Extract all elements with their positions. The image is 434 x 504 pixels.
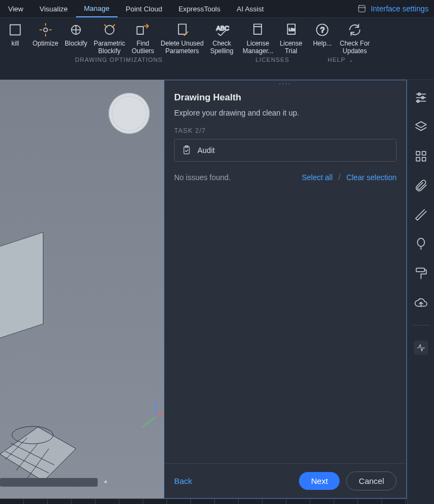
check-spelling-icon: ABC <box>214 22 229 37</box>
activity-icon[interactable] <box>414 341 428 355</box>
right-side-rail <box>407 80 434 504</box>
tab-ai-assist[interactable]: AI Assist <box>228 0 272 17</box>
svg-point-3 <box>43 28 47 32</box>
tool-help-label: Help... <box>313 40 332 47</box>
tool-find-outliers[interactable]: Find Outliers <box>129 20 157 55</box>
tool-help[interactable]: ? Help... <box>308 20 336 55</box>
svg-rect-2 <box>10 25 21 35</box>
task-counter: TASK 2/7 <box>174 127 397 135</box>
license-trial-icon: Lite <box>284 22 299 37</box>
tool-license-manager[interactable]: License Manager... <box>239 20 277 55</box>
horizontal-scrollbar[interactable] <box>0 478 98 487</box>
svg-rect-7 <box>178 24 186 35</box>
interface-settings-icon <box>358 4 366 13</box>
blockify-icon <box>68 22 84 37</box>
optimize-icon <box>38 22 53 37</box>
svg-rect-9 <box>254 24 261 35</box>
tool-check-spelling-label: Check Spelling <box>210 40 233 55</box>
tool-blockify-label: Blockify <box>65 40 87 47</box>
panel-subtitle: Explore your drawing and clean it up. <box>174 109 397 117</box>
svg-rect-32 <box>422 151 426 155</box>
group-title-help: Help⌄ <box>307 55 374 65</box>
group-title-licenses: Licenses <box>238 55 307 65</box>
tool-kill[interactable]: kill <box>1 20 29 55</box>
help-icon: ? <box>315 22 330 37</box>
delete-parameters-icon <box>175 22 190 37</box>
clear-selection-link[interactable]: Clear selection <box>346 173 397 182</box>
chevron-down-icon: ⌄ <box>349 57 354 63</box>
svg-rect-33 <box>416 157 420 161</box>
back-button[interactable]: Back <box>174 476 192 486</box>
drawing-health-panel: ···· Drawing Health Explore your drawing… <box>164 80 407 499</box>
tab-point-cloud[interactable]: Point Cloud <box>118 0 170 17</box>
clipboard-check-icon <box>181 145 192 156</box>
svg-rect-31 <box>416 151 420 155</box>
task-label: Audit <box>197 146 215 155</box>
grid-icon[interactable] <box>414 149 428 163</box>
balloon-icon[interactable] <box>414 237 428 251</box>
settings-sliders-icon[interactable] <box>414 91 428 105</box>
license-manager-icon <box>250 22 265 37</box>
tool-blockify[interactable]: Blockify <box>61 20 90 55</box>
tool-find-outliers-label: Find Outliers <box>132 40 154 55</box>
section-plane-icon[interactable] <box>414 208 428 222</box>
status-bar <box>0 499 434 504</box>
tab-express-tools[interactable]: ExpressTools <box>170 0 228 17</box>
tab-visualize[interactable]: Visualize <box>31 0 76 17</box>
tool-license-manager-label: License Manager... <box>242 40 273 55</box>
svg-line-21 <box>142 417 156 428</box>
tool-license-trial[interactable]: Lite License Trial <box>277 20 305 55</box>
tool-check-updates-label: Check For Updates <box>340 40 369 55</box>
tool-delete-unused-parameters-label: Delete Unused Parameters <box>161 40 203 55</box>
tool-check-updates[interactable]: Check For Updates <box>336 20 373 55</box>
svg-point-35 <box>417 238 424 246</box>
tool-parametric-blockify-label: Parametric Blockify <box>94 40 125 55</box>
view-compass[interactable] <box>108 93 150 134</box>
layers-icon[interactable] <box>414 120 428 134</box>
check-updates-icon <box>347 22 362 37</box>
tool-check-spelling[interactable]: ABC Check Spelling <box>207 20 237 55</box>
svg-text:ABC: ABC <box>216 24 229 31</box>
task-item-audit[interactable]: Audit <box>174 139 397 162</box>
cloud-upload-icon[interactable] <box>414 296 428 310</box>
interface-settings-button[interactable]: Interface settings <box>352 0 434 17</box>
paperclip-icon[interactable] <box>414 178 428 193</box>
tool-license-trial-label: License Trial <box>280 40 302 55</box>
model-shape-2 <box>0 384 81 492</box>
tab-view[interactable]: View <box>0 0 31 17</box>
tool-parametric-blockify[interactable]: Parametric Blockify <box>91 20 129 55</box>
interface-settings-label: Interface settings <box>371 4 429 13</box>
tab-manage[interactable]: Manage <box>76 0 118 17</box>
panel-drag-handle[interactable]: ···· <box>164 80 406 87</box>
model-shape-1 <box>0 232 43 346</box>
issues-message: No issues found. <box>174 173 231 182</box>
svg-rect-34 <box>422 157 426 161</box>
next-button[interactable]: Next <box>299 472 340 490</box>
svg-text:Lite: Lite <box>289 28 295 31</box>
group-title-drawing-optimizations: Drawing Optimizations <box>0 55 238 65</box>
svg-rect-6 <box>137 27 144 34</box>
tool-delete-unused-parameters[interactable]: Delete Unused Parameters <box>157 20 207 55</box>
paint-roller-icon[interactable] <box>414 266 428 280</box>
kill-icon <box>8 22 23 37</box>
svg-rect-0 <box>359 5 365 12</box>
select-all-link[interactable]: Select all <box>302 173 333 182</box>
svg-rect-36 <box>416 268 424 272</box>
tool-optimize[interactable]: Optimize <box>29 20 61 55</box>
drawing-viewport[interactable]: ···· Drawing Health Explore your drawing… <box>0 80 434 504</box>
find-outliers-icon <box>135 22 150 37</box>
svg-text:?: ? <box>321 25 325 34</box>
parametric-blockify-icon <box>102 22 117 37</box>
tool-kill-label: kill <box>11 40 19 47</box>
tool-optimize-label: Optimize <box>33 40 58 47</box>
panel-title: Drawing Health <box>174 92 397 103</box>
cancel-button[interactable]: Cancel <box>346 471 397 490</box>
